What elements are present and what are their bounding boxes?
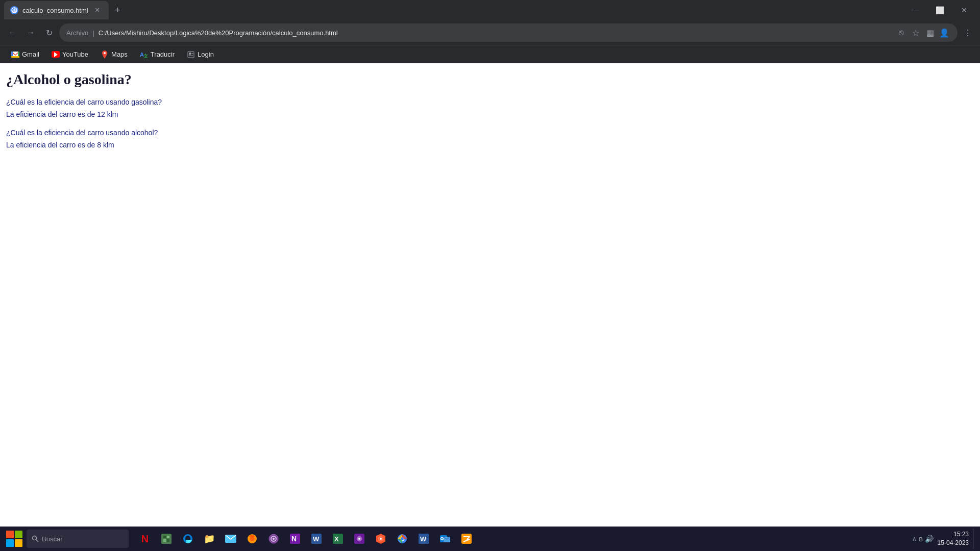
word-icon: W	[311, 533, 322, 544]
svg-rect-6	[11, 56, 19, 58]
taskbar-clock[interactable]: 15:23 15-04-2023	[938, 530, 969, 547]
new-tab-button[interactable]: +	[111, 3, 125, 17]
answer-gasolina: La eficiencia del carro es de 12 klm	[6, 110, 974, 118]
bookmark-maps-label: Maps	[111, 51, 128, 58]
svg-text:X: X	[334, 535, 339, 543]
taskbar-app-netflix[interactable]: N	[135, 529, 155, 549]
bookmark-youtube[interactable]: YouTube	[46, 48, 93, 61]
taskbar-system-icons: ∧ ʙ 🔊	[912, 535, 934, 543]
taskbar-time-value: 15:23	[938, 530, 969, 539]
bookmark-maps[interactable]: Maps	[95, 48, 133, 61]
taskbar-search[interactable]: Buscar	[27, 530, 129, 548]
show-desktop-button[interactable]	[973, 529, 976, 549]
brave-icon	[375, 533, 386, 544]
taskbar-right: ∧ ʙ 🔊 15:23 15-04-2023	[912, 529, 976, 549]
purple-app-icon	[354, 533, 365, 544]
share-icon[interactable]: ⎋	[895, 27, 908, 39]
minimize-button[interactable]: —	[903, 0, 927, 20]
forward-button[interactable]: →	[22, 24, 39, 41]
taskbar-app-edge[interactable]	[156, 529, 177, 549]
svg-line-15	[36, 540, 39, 542]
taskbar-search-label: Buscar	[42, 535, 62, 543]
taskbar-app-mail[interactable]	[220, 529, 241, 549]
volume-icon[interactable]: 🔊	[925, 535, 934, 543]
svg-point-38	[380, 538, 382, 540]
word2-icon: W	[418, 533, 429, 544]
edge-icon	[160, 533, 173, 545]
tab-close-button[interactable]: ×	[92, 5, 103, 15]
bookmark-gmail[interactable]: Gmail	[6, 48, 44, 61]
profile-icon[interactable]: 👤	[938, 27, 950, 39]
taskbar-app-purple[interactable]	[349, 529, 370, 549]
address-separator: |	[92, 29, 94, 37]
taskbar-app-outlook[interactable]	[435, 529, 455, 549]
sidebar-toggle-icon[interactable]: ▦	[924, 27, 936, 39]
taskbar-app-word2[interactable]: W	[413, 529, 434, 549]
nav-right-icons: ⋮	[960, 24, 976, 41]
svg-rect-17	[163, 536, 166, 538]
outlook-icon	[439, 533, 451, 544]
tor-icon	[268, 533, 279, 544]
taskbar-app-chrome[interactable]	[392, 529, 412, 549]
chrome-icon	[397, 533, 408, 544]
svg-text:N: N	[291, 535, 297, 543]
svg-point-35	[358, 538, 360, 540]
svg-rect-48	[461, 534, 472, 544]
mail-icon	[225, 535, 236, 543]
address-icons: ⎋ ☆ ▦ 👤	[895, 27, 950, 39]
svg-text:W: W	[313, 535, 320, 543]
bookmark-gmail-label: Gmail	[22, 51, 39, 58]
question-alcohol: ¿Cuál es la eficiencia del carro usando …	[6, 129, 974, 137]
tab-title: calculo_consumo.html	[22, 7, 88, 14]
taskbar: Buscar N	[0, 527, 980, 551]
bookmark-star-icon[interactable]: ☆	[910, 27, 922, 39]
youtube-icon	[52, 51, 60, 59]
folder-icon: 📁	[204, 533, 215, 544]
login-icon	[187, 51, 195, 59]
taskbar-app-sublime[interactable]	[456, 529, 477, 549]
bookmark-youtube-label: YouTube	[62, 51, 88, 58]
bookmark-login-label: Login	[198, 51, 214, 58]
navigation-bar: ← → ↻ Archivo | C:/Users/Mishiru/Desktop…	[0, 20, 980, 45]
page-content: ¿Alcohol o gasolina? ¿Cuál es la eficien…	[0, 63, 980, 527]
svg-text:W: W	[420, 535, 427, 543]
question-gasolina: ¿Cuál es la eficiencia del carro usando …	[6, 98, 974, 106]
back-button[interactable]: ←	[4, 24, 20, 41]
answer-alcohol: La eficiencia del carro es de 8 klm	[6, 141, 974, 149]
taskbar-app-excel[interactable]: X	[328, 529, 348, 549]
taskbar-app-explorer[interactable]: 📁	[199, 529, 219, 549]
chevron-up-icon[interactable]: ∧	[912, 535, 917, 542]
bookmark-login[interactable]: Login	[182, 48, 219, 61]
bluetooth-icon[interactable]: ʙ	[919, 535, 923, 543]
svg-rect-20	[167, 539, 169, 542]
page-title: ¿Alcohol o gasolina?	[6, 71, 974, 88]
window-controls: — ⬜ ✕	[903, 0, 976, 20]
menu-button[interactable]: ⋮	[960, 24, 976, 41]
search-icon	[32, 535, 39, 542]
taskbar-app-tor[interactable]	[263, 529, 284, 549]
svg-point-14	[33, 536, 37, 540]
microsoft-edge-icon	[182, 533, 193, 544]
taskbar-app-edge-browser[interactable]	[178, 529, 198, 549]
maximize-button[interactable]: ⬜	[928, 0, 951, 20]
taskbar-app-onenote[interactable]: N	[285, 529, 305, 549]
address-bar[interactable]: Archivo | C:/Users/Mishiru/Desktop/Logic…	[59, 23, 958, 42]
windows-logo	[6, 531, 22, 547]
address-url: C:/Users/Mishiru/Desktop/Logica%20de%20P…	[99, 29, 891, 37]
svg-rect-18	[167, 536, 169, 538]
translate-icon: A 文	[140, 51, 148, 59]
taskbar-app-brave[interactable]	[371, 529, 391, 549]
sublime-icon	[461, 533, 472, 544]
svg-rect-19	[163, 539, 166, 542]
svg-text:文: 文	[143, 54, 148, 59]
taskbar-app-firefox[interactable]	[242, 529, 262, 549]
tab-favicon	[10, 6, 18, 14]
start-button[interactable]	[4, 529, 24, 549]
reload-button[interactable]: ↻	[41, 24, 57, 41]
svg-rect-16	[161, 534, 172, 544]
close-button[interactable]: ✕	[952, 0, 976, 20]
taskbar-app-word[interactable]: W	[306, 529, 327, 549]
bookmark-translate[interactable]: A 文 Traducir	[135, 48, 180, 61]
onenote-icon: N	[289, 533, 301, 544]
active-tab[interactable]: calculo_consumo.html ×	[4, 1, 109, 19]
